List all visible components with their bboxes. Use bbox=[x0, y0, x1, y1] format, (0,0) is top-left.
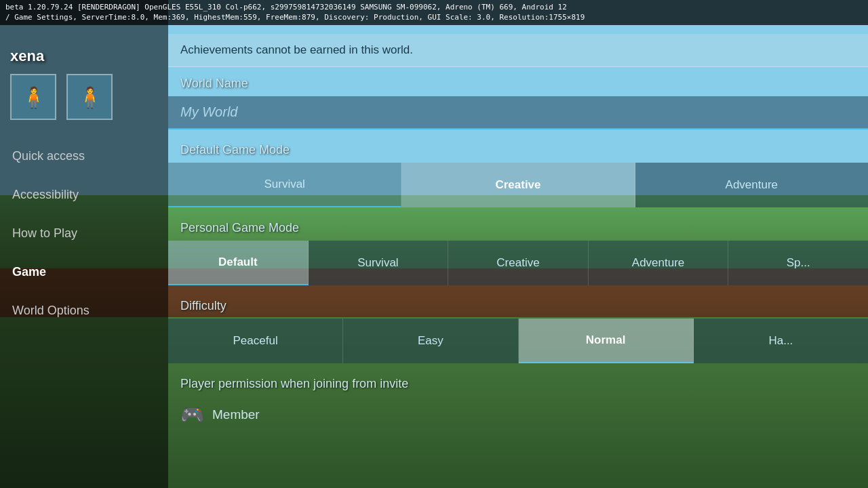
default-game-mode-creative-btn[interactable]: Creative bbox=[401, 163, 635, 207]
world-name-input[interactable] bbox=[168, 96, 868, 129]
personal-game-mode-survival-label: Survival bbox=[357, 256, 398, 269]
achievement-notice-text: Achievements cannot be earned in this wo… bbox=[180, 43, 413, 56]
personal-game-mode-label: Personal Game Mode bbox=[168, 211, 868, 241]
sidebar-item-accessibility[interactable]: Accessibility bbox=[0, 176, 168, 214]
sidebar-item-world-options-label: World Options bbox=[12, 304, 90, 317]
personal-game-mode-spectator-label: Sp... bbox=[787, 256, 810, 269]
personal-game-mode-default-btn[interactable]: Default bbox=[168, 241, 309, 285]
world-name-label: World Name bbox=[168, 67, 868, 96]
default-game-mode-creative-label: Creative bbox=[495, 178, 540, 191]
personal-game-mode-survival-btn[interactable]: Survival bbox=[309, 241, 449, 285]
sidebar: xena 🧍 🧍 Quick access Accessibility How … bbox=[0, 0, 168, 488]
avatar-1[interactable]: 🧍 bbox=[10, 74, 56, 120]
difficulty-easy-label: Easy bbox=[418, 334, 443, 347]
debug-line1: beta 1.20.79.24 [RENDERDRAGON] OpenGLES … bbox=[5, 2, 863, 12]
avatar-1-icon: 🧍 bbox=[21, 85, 46, 109]
debug-line2: / Game Settings, ServerTime:8.0, Mem:369… bbox=[5, 12, 863, 22]
achievement-notice: Achievements cannot be earned in this wo… bbox=[168, 34, 868, 67]
avatar-2[interactable]: 🧍 bbox=[66, 74, 113, 120]
sidebar-item-quick-access[interactable]: Quick access bbox=[0, 137, 168, 176]
player-permission-label: Player permission when joining from invi… bbox=[168, 367, 868, 396]
default-game-mode-adventure-btn[interactable]: Adventure bbox=[635, 163, 868, 207]
personal-game-mode-spectator-btn[interactable]: Sp... bbox=[728, 241, 868, 285]
personal-game-mode-adventure-label: Adventure bbox=[632, 256, 685, 269]
personal-game-mode-default-label: Default bbox=[218, 256, 258, 268]
default-game-mode-survival-label: Survival bbox=[264, 178, 304, 190]
sidebar-avatars: 🧍 🧍 bbox=[0, 68, 168, 130]
sidebar-username: xena bbox=[0, 41, 168, 68]
sidebar-item-world-options[interactable]: World Options bbox=[0, 291, 168, 330]
player-permission-value: Member bbox=[212, 407, 260, 422]
player-permission-icon: 🎮 bbox=[180, 403, 204, 426]
default-game-mode-buttons: Survival Creative Adventure bbox=[168, 163, 868, 207]
debug-bar: beta 1.20.79.24 [RENDERDRAGON] OpenGLES … bbox=[0, 0, 868, 25]
sidebar-item-accessibility-label: Accessibility bbox=[12, 188, 79, 201]
personal-game-mode-adventure-btn[interactable]: Adventure bbox=[589, 241, 729, 285]
difficulty-easy-btn[interactable]: Easy bbox=[343, 319, 518, 363]
difficulty-label: Difficulty bbox=[168, 289, 868, 319]
main-panel: Achievements cannot be earned in this wo… bbox=[168, 28, 868, 488]
sidebar-item-game[interactable]: Game bbox=[0, 253, 168, 291]
personal-game-mode-creative-btn[interactable]: Creative bbox=[448, 241, 589, 285]
personal-game-mode-creative-label: Creative bbox=[496, 256, 539, 269]
difficulty-peaceful-label: Peaceful bbox=[233, 334, 278, 347]
difficulty-hard-label: Ha... bbox=[768, 334, 793, 347]
sidebar-item-game-label: Game bbox=[12, 265, 46, 279]
avatar-2-icon: 🧍 bbox=[77, 85, 102, 109]
difficulty-peaceful-btn[interactable]: Peaceful bbox=[168, 319, 343, 363]
difficulty-normal-label: Normal bbox=[586, 333, 626, 346]
sidebar-nav: Quick access Accessibility How to Play G… bbox=[0, 137, 168, 330]
player-permission-row: 🎮 Member bbox=[168, 396, 868, 432]
personal-game-mode-buttons: Default Survival Creative Adventure Sp..… bbox=[168, 241, 868, 285]
difficulty-buttons: Peaceful Easy Normal Ha... bbox=[168, 319, 868, 363]
default-game-mode-adventure-label: Adventure bbox=[726, 178, 778, 191]
difficulty-normal-btn[interactable]: Normal bbox=[519, 319, 694, 363]
sidebar-item-quick-access-label: Quick access bbox=[12, 149, 85, 163]
content-area: Achievements cannot be earned in this wo… bbox=[168, 28, 868, 446]
difficulty-hard-btn[interactable]: Ha... bbox=[694, 319, 868, 363]
default-game-mode-survival-btn[interactable]: Survival bbox=[168, 163, 401, 207]
sidebar-item-how-to-play-label: How to Play bbox=[12, 226, 77, 240]
default-game-mode-label: Default Game Mode bbox=[168, 134, 868, 163]
sidebar-item-how-to-play[interactable]: How to Play bbox=[0, 214, 168, 253]
